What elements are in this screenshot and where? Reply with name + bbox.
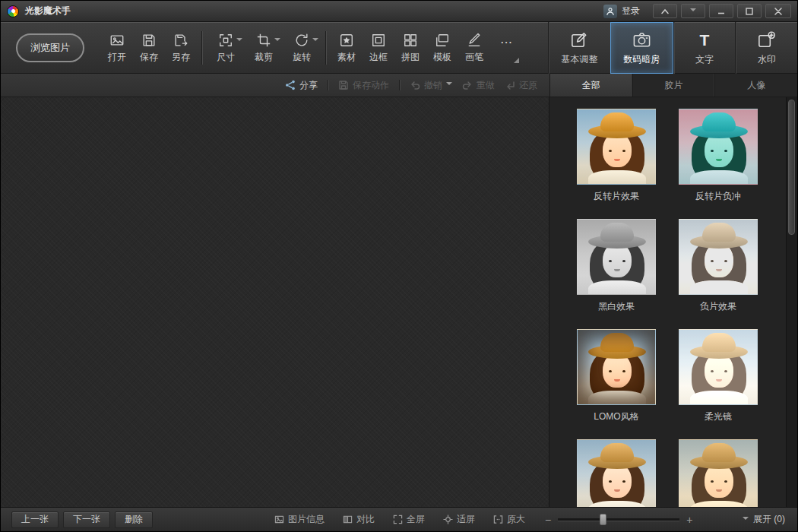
tab-all-filters[interactable]: 全部 <box>550 74 633 97</box>
portrait-art <box>724 150 727 152</box>
close-button[interactable] <box>765 4 791 18</box>
panel-scrollbar[interactable] <box>786 97 797 507</box>
main-toolbar: 浏览图片 打开 保存 另存 <box>1 22 797 74</box>
portrait-art <box>716 379 722 382</box>
filter-thumbnail[interactable] <box>577 439 656 507</box>
save-as-icon <box>173 33 188 48</box>
tab-watermark[interactable]: 水印 <box>735 22 797 74</box>
tab-film-filters[interactable]: 胶片 <box>633 74 716 97</box>
zoom-slider-handle[interactable] <box>600 514 606 525</box>
filter-item-negative-film[interactable]: 负片效果 <box>679 219 758 312</box>
filter-thumbnail[interactable] <box>679 109 758 185</box>
filter-thumbnail[interactable] <box>577 329 656 405</box>
chevron-down-icon[interactable] <box>274 38 280 44</box>
tab-text[interactable]: T 文字 <box>673 22 736 74</box>
browse-images-button[interactable]: 浏览图片 <box>16 33 84 62</box>
fullscreen-button[interactable]: 全屏 <box>393 513 425 526</box>
toolbar-item-open[interactable]: 打开 <box>101 27 133 69</box>
minimize-button[interactable] <box>709 4 733 18</box>
filter-item[interactable] <box>577 439 656 507</box>
filter-item-soft-focus[interactable]: 柔光镜 <box>679 329 758 422</box>
portrait-art <box>600 333 634 352</box>
portrait-art <box>711 260 714 262</box>
compare-button[interactable]: 对比 <box>343 513 375 526</box>
image-canvas[interactable] <box>1 97 549 508</box>
filter-thumbnail[interactable] <box>679 439 758 507</box>
filter-thumbnail[interactable] <box>577 109 656 185</box>
portrait-art <box>614 379 620 382</box>
collapse-toolbar-button[interactable] <box>653 4 677 18</box>
filter-item-black-white[interactable]: 黑白效果 <box>577 219 656 312</box>
image-info-button[interactable]: 图片信息 <box>274 513 325 526</box>
toolbar-item-brush[interactable]: 画笔 <box>458 27 490 69</box>
app-window: 光影魔术手 登录 <box>0 0 798 532</box>
undo-button[interactable]: 撤销 <box>410 79 452 92</box>
filter-thumbnail[interactable] <box>679 329 758 405</box>
portrait-art <box>609 480 612 483</box>
portrait-art <box>609 260 612 262</box>
portrait-art <box>692 348 746 404</box>
chevron-down-icon[interactable] <box>312 38 318 44</box>
filter-category-tabs: 全部 胶片 人像 <box>549 74 797 97</box>
toolbar-item-frame[interactable]: 边框 <box>363 27 394 69</box>
portrait-art <box>705 353 733 388</box>
toolbar-item-save[interactable]: 保存 <box>133 27 165 69</box>
portrait-art <box>603 353 632 388</box>
filter-item-cross-process[interactable]: 反转片负冲 <box>679 109 758 201</box>
filter-item[interactable] <box>679 439 758 507</box>
toolbar-item-resize[interactable]: 尺寸 <box>207 27 245 69</box>
filter-thumbnail[interactable] <box>679 219 758 295</box>
scrollbar-thumb[interactable] <box>788 100 795 235</box>
fullscreen-icon <box>393 515 403 524</box>
menu-dropdown-button[interactable] <box>681 4 705 18</box>
toolbar-item-template[interactable]: 模板 <box>426 27 458 69</box>
zoom-slider[interactable] <box>558 518 679 521</box>
toolbar-item-rotate[interactable]: 旋转 <box>283 27 321 69</box>
titlebar-controls: 登录 <box>600 3 791 20</box>
expand-queue-button[interactable]: 展开 (0) <box>743 513 785 526</box>
toolbar-item-collage[interactable]: 拼图 <box>394 27 426 69</box>
compare-icon <box>343 515 353 524</box>
tab-basic-adjust[interactable]: 基本调整 <box>548 22 610 74</box>
chevron-down-icon[interactable] <box>446 82 452 88</box>
restore-button[interactable]: 还原 <box>505 79 537 92</box>
zoom-out-button[interactable]: − <box>545 514 551 526</box>
previous-image-button[interactable]: 上一张 <box>11 511 59 528</box>
maximize-button[interactable] <box>737 4 762 18</box>
filter-thumbnail[interactable] <box>577 219 656 295</box>
save-icon <box>141 33 157 48</box>
app-title: 光影魔术手 <box>25 5 71 17</box>
tab-digital-darkroom[interactable]: 数码暗房 <box>610 22 673 74</box>
portrait-art <box>724 370 727 372</box>
save-action-icon <box>338 80 349 90</box>
collage-icon <box>403 33 418 48</box>
toolbar-items: 打开 保存 另存 尺寸 <box>101 27 524 69</box>
zoom-in-button[interactable]: + <box>686 514 692 526</box>
fit-screen-button[interactable]: 适屏 <box>443 513 475 526</box>
titlebar: 光影魔术手 登录 <box>1 1 797 22</box>
original-size-button[interactable]: 原大 <box>493 513 525 526</box>
basic-adjust-icon <box>570 30 589 49</box>
portrait-art <box>600 223 634 242</box>
portrait-art <box>600 443 634 462</box>
toolbar-item-save-as[interactable]: 另存 <box>165 27 197 69</box>
filter-item-lomo[interactable]: LOMO风格 <box>577 329 656 422</box>
toolbar-item-crop[interactable]: 裁剪 <box>245 27 283 69</box>
share-icon <box>285 80 296 90</box>
toolbar-item-sticker[interactable]: 素材 <box>331 27 363 69</box>
save-action-button[interactable]: 保存动作 <box>338 79 389 92</box>
toolbar-more-button[interactable]: ⋯ <box>490 27 524 69</box>
filter-item-reversal-film[interactable]: 反转片效果 <box>577 109 656 201</box>
next-image-button[interactable]: 下一张 <box>63 511 110 528</box>
chevron-down-icon[interactable] <box>236 38 242 44</box>
portrait-art <box>588 280 646 295</box>
redo-button[interactable]: 重做 <box>462 79 495 92</box>
filters-panel: 反转片效果 反转片负冲 黑白效果 负片效果 LOMO风格 柔光镜 <box>549 97 797 507</box>
tab-portrait-filters[interactable]: 人像 <box>715 74 797 97</box>
login-button[interactable]: 登录 <box>600 3 649 20</box>
portrait-art <box>711 150 714 152</box>
frame-icon <box>371 33 386 48</box>
share-button[interactable]: 分享 <box>285 79 318 92</box>
delete-image-button[interactable]: 删除 <box>115 511 153 528</box>
brush-icon <box>467 33 482 48</box>
